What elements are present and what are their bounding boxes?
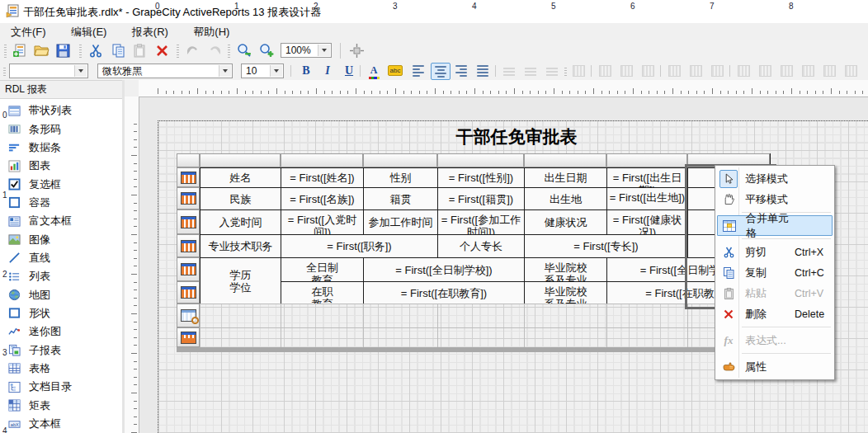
table-cell[interactable]: = First([出生地]): [606, 187, 687, 209]
table-cell[interactable]: [200, 304, 281, 327]
open-button[interactable]: [31, 40, 51, 60]
align-lefts-button[interactable]: [596, 63, 614, 78]
table-corner-handle[interactable]: [177, 153, 200, 167]
row-handle[interactable]: [177, 304, 200, 327]
menu-item-properties[interactable]: 属性: [717, 356, 833, 377]
bold-button[interactable]: B: [297, 63, 315, 78]
zoom-out-button[interactable]: [234, 40, 254, 60]
table-cell[interactable]: [524, 327, 606, 347]
table-cell[interactable]: = First([全日制学校]): [363, 257, 524, 281]
column-handle[interactable]: [606, 153, 687, 167]
row-handle[interactable]: [177, 257, 200, 281]
align-centers-button[interactable]: [617, 63, 635, 78]
toolbox-item-container[interactable]: 容器: [0, 194, 122, 212]
toolbox-item-textbox[interactable]: abX 文本框: [0, 415, 122, 433]
row-handle[interactable]: [177, 327, 200, 347]
column-handle[interactable]: [200, 153, 281, 167]
menu-item-pan-mode[interactable]: 平移模式: [717, 189, 833, 209]
toolbox-item-tablix[interactable]: 矩表: [0, 397, 122, 415]
toolbox-item-chart[interactable]: 图表: [0, 157, 122, 175]
report-title-textbox[interactable]: 干部任免审批表: [200, 124, 833, 150]
toolbar-grip[interactable]: [228, 44, 230, 58]
increase-indent-button[interactable]: [521, 63, 540, 78]
toolbox-item-line[interactable]: 直线: [0, 249, 122, 267]
column-handle[interactable]: [281, 153, 363, 167]
row-handle[interactable]: [177, 187, 200, 209]
copy-button[interactable]: [108, 40, 128, 60]
toolbox-item-shape[interactable]: 形状: [0, 304, 122, 322]
make-same-height-button[interactable]: [756, 63, 774, 78]
fit-page-button[interactable]: [347, 40, 366, 60]
column-handle[interactable]: [524, 153, 606, 167]
menu-file[interactable]: 文件(F): [0, 23, 57, 41]
toolbox-item-table[interactable]: 表格: [0, 360, 122, 378]
save-button[interactable]: [53, 40, 73, 60]
menu-edit[interactable]: 编辑(E): [60, 23, 117, 41]
table-cell[interactable]: = First([性别]): [437, 167, 524, 187]
menu-item-select-mode[interactable]: 选择模式: [717, 168, 833, 189]
redo-button[interactable]: [205, 40, 224, 60]
row-handle[interactable]: [177, 281, 200, 304]
table-cell[interactable]: = First([参加工作时间]): [437, 209, 524, 234]
table-cell[interactable]: 参加工作时间: [363, 209, 437, 234]
table-cell[interactable]: 全日制 教育: [281, 257, 363, 281]
table-cell[interactable]: 毕业院校 系及专业: [524, 257, 606, 281]
table-cell[interactable]: 在职 教育: [281, 281, 363, 304]
align-right-button[interactable]: [452, 63, 470, 78]
align-rights-button[interactable]: [639, 63, 657, 78]
table-cell[interactable]: [363, 327, 437, 347]
make-same-width-button[interactable]: [734, 63, 752, 78]
table-cell[interactable]: = First([健康状况]): [606, 209, 687, 234]
font-combo-arrow[interactable]: [219, 65, 231, 77]
zoom-in-button[interactable]: [257, 40, 276, 60]
table-cell[interactable]: 健康状况: [524, 209, 606, 234]
table-cell[interactable]: [524, 304, 606, 327]
table-cell[interactable]: [281, 304, 363, 327]
menu-item-copy[interactable]: 复制 Ctrl+C: [717, 262, 833, 283]
toolbox-item-subreport[interactable]: 子报表: [0, 341, 122, 359]
toolbox-item-list[interactable]: 列表: [0, 267, 122, 285]
row-handle[interactable]: [177, 234, 200, 257]
menu-report[interactable]: 报表(R): [121, 23, 179, 41]
horizontal-spacing-button[interactable]: [799, 63, 817, 78]
align-tops-button[interactable]: [665, 63, 683, 78]
make-same-size-button[interactable]: [777, 63, 795, 78]
zoom-level-combo[interactable]: 100%: [281, 43, 332, 58]
row-handle[interactable]: [177, 209, 200, 234]
align-justify-button[interactable]: [474, 63, 492, 78]
toolbar-grip[interactable]: [564, 66, 567, 76]
table-cell[interactable]: [437, 304, 524, 327]
table-cell[interactable]: = First([职务]): [281, 234, 437, 257]
align-left-button[interactable]: [409, 63, 427, 78]
font-name-combo[interactable]: 微软雅黑: [97, 64, 233, 78]
toolbox-item-sparkline[interactable]: 迷你图: [0, 322, 122, 341]
cut-button[interactable]: [86, 40, 106, 60]
table-cell[interactable]: [606, 304, 687, 327]
toolbar-grip[interactable]: [79, 44, 82, 58]
table-cell[interactable]: 入党时间: [200, 209, 281, 234]
decrease-indent-button[interactable]: [543, 63, 561, 78]
toolbox-item-map[interactable]: 地图: [0, 285, 122, 304]
table-cell[interactable]: 籍贯: [363, 187, 437, 209]
table-cell[interactable]: [606, 327, 687, 347]
undo-button[interactable]: [183, 40, 203, 60]
center-in-form-button[interactable]: [842, 63, 860, 78]
menu-item-expression[interactable]: fx 表达式...: [717, 330, 833, 351]
font-color-button[interactable]: A: [365, 63, 383, 78]
table-cell[interactable]: = First([入党时间]): [281, 209, 363, 234]
toolbox-item-barcode[interactable]: 条形码: [0, 120, 122, 138]
toolbar-grip[interactable]: [4, 44, 7, 58]
table-cell[interactable]: = First([专长]): [524, 234, 687, 257]
style-combo-arrow[interactable]: [74, 65, 87, 77]
toolbox-item-document-map[interactable]: 文档目录: [0, 378, 122, 396]
vertical-spacing-button[interactable]: [820, 63, 838, 78]
table-cell[interactable]: 学历 学位: [200, 257, 281, 304]
new-report-button[interactable]: [10, 40, 30, 60]
bullet-list-button[interactable]: [500, 63, 518, 78]
menu-item-paste[interactable]: 粘贴 Ctrl+V: [717, 283, 833, 304]
menu-item-cut[interactable]: 剪切 Ctrl+X: [717, 242, 833, 262]
toolbar-grip[interactable]: [177, 44, 179, 58]
row-handle[interactable]: [177, 167, 200, 187]
table-cell[interactable]: [363, 304, 437, 327]
delete-button[interactable]: [152, 40, 172, 60]
